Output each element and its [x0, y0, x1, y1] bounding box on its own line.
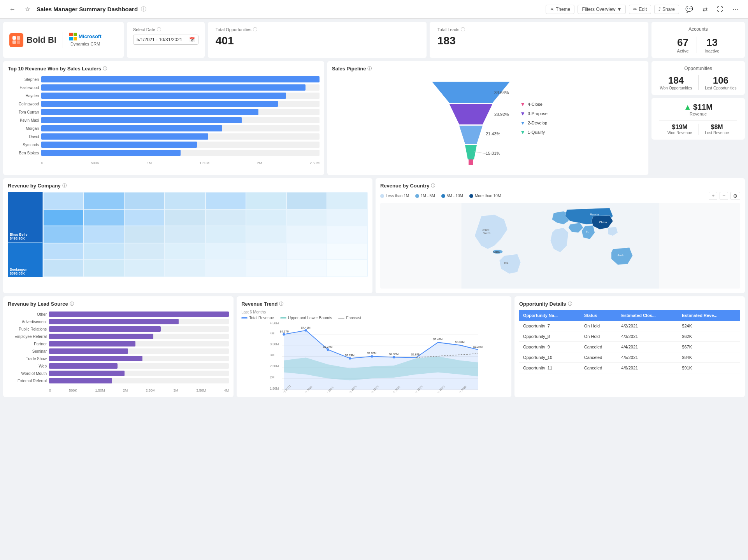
- bold-bi-text: Bold BI: [26, 35, 56, 45]
- tm-cell-24: [327, 226, 367, 243]
- horiz-bar-background: [49, 348, 229, 354]
- bar-fill: [41, 133, 208, 140]
- revenue-by-company-card: Revenue by Company ⓘ Bliss Belle $493.90…: [3, 178, 372, 293]
- rev-divider: [698, 124, 699, 135]
- legend-dot-less-1m: [380, 194, 384, 198]
- revenue-bar-row: Hazlewood: [8, 84, 320, 91]
- svg-marker-9: [450, 104, 492, 124]
- legend-dot-5m-10m: [441, 194, 445, 198]
- treemap-grid: [43, 192, 368, 277]
- svg-text:4M: 4M: [270, 332, 275, 335]
- legend-color-bounds: [280, 317, 286, 318]
- map-reset[interactable]: ⊙: [730, 192, 740, 200]
- trend-chart-area: 1.50M 2M 2.50M 3M 3.50M 4M 4.50M: [241, 322, 507, 392]
- tm-cell-9: [44, 210, 83, 226]
- filters-overview-button[interactable]: Filters Overview ▼: [578, 5, 626, 14]
- star-button[interactable]: ☆: [22, 4, 33, 14]
- opp-status-cell: Canceled: [580, 363, 618, 373]
- sales-pipeline-title: Sales Pipeline ⓘ: [332, 66, 644, 72]
- revenue-bar-row: Symonds: [8, 142, 320, 148]
- horiz-bar-background: [49, 319, 229, 324]
- trend-legend-total: Total Revenue: [241, 316, 274, 320]
- tm-cell-40: [327, 260, 367, 276]
- svg-text:$3.27M: $3.27M: [323, 345, 332, 348]
- map-zoom-in[interactable]: +: [709, 192, 717, 200]
- treemap-cell-seekingon: Seekingon $395.08K: [8, 242, 43, 277]
- table-row: Opportunity_7 On Hold 4/2/2021 $24K: [519, 321, 740, 331]
- bar-background: [41, 84, 320, 91]
- opportunity-table: Opportunity Na... Status Estimated Clos.…: [519, 310, 740, 373]
- lead-source-info-icon: ⓘ: [70, 301, 74, 307]
- share-button[interactable]: ⤴ Share: [654, 5, 679, 14]
- tm-cell-37: [206, 260, 246, 276]
- svg-text:Cuba: Cuba: [493, 250, 500, 253]
- horiz-bar-label: External Referral: [8, 379, 47, 383]
- opp-panel-title: Opportunities: [659, 66, 737, 71]
- lead-bar-row: Trade Show: [8, 356, 229, 361]
- opp-panel-values: 184 Won Opportunities 106 Lost Opportuni…: [659, 75, 737, 90]
- revenue-by-country-card: Revenue by Country ⓘ Less than 1M 1M - 5…: [376, 178, 745, 293]
- horiz-bar-background: [49, 334, 229, 339]
- revenue-bar-row: Tom Curran: [8, 109, 320, 115]
- bold-bi-logo: Bold BI: [9, 33, 56, 47]
- treemap-info-icon: ⓘ: [62, 183, 67, 189]
- lost-rev-label: Lost Revenue: [705, 131, 729, 135]
- legend-dot-more-10m: [469, 194, 473, 198]
- bar-fill: [41, 150, 181, 156]
- top-revenue-axis: 0500K1M1.50M2M2.50M: [8, 161, 320, 165]
- lost-opp-value: 106: [705, 75, 736, 86]
- horiz-bar-fill: [49, 363, 118, 369]
- col-revenue: Estimated Reve...: [678, 310, 740, 321]
- bar-fill: [41, 76, 320, 82]
- main-content: Bold BI Microsoft Dynamics CRM Select Da…: [0, 19, 748, 400]
- lost-opp-col: 106 Lost Opportunities: [705, 75, 736, 90]
- back-button[interactable]: ←: [6, 4, 19, 14]
- legend-more-10m: More than 10M: [469, 192, 501, 200]
- tm-cell-30: [246, 243, 286, 260]
- revenue-panel: ▲ $11M Revenue $19M Won Revenue $8M Lost…: [651, 98, 745, 140]
- dashboard-title: Sales Manager Summary Dashboard: [37, 6, 138, 12]
- more-button[interactable]: ⋯: [729, 4, 742, 14]
- bar-background: [41, 109, 320, 115]
- revenue-bar-row: Stephen: [8, 76, 320, 82]
- svg-text:4.50M: 4.50M: [270, 322, 279, 325]
- trend-info-icon: ⓘ: [279, 301, 283, 307]
- edit-button[interactable]: ✏ Edit: [629, 5, 651, 14]
- svg-text:2.50M: 2.50M: [270, 364, 279, 368]
- map-zoom-out[interactable]: −: [720, 192, 728, 200]
- tm-cell-28: [165, 243, 205, 260]
- expand-button[interactable]: ⛶: [714, 4, 726, 14]
- tm-cell-14: [246, 210, 286, 226]
- funnel-legend-propose: ▼ 3-Propose: [520, 110, 548, 117]
- opp-status-cell: On Hold: [580, 331, 618, 342]
- map-info-icon: ⓘ: [431, 183, 435, 189]
- svg-text:United: United: [482, 229, 490, 231]
- accounts-inactive-value: 13: [705, 37, 720, 49]
- top-revenue-title: Top 10 Revenue Won by Sales Leaders ⓘ: [8, 66, 320, 72]
- tm-cell-2: [84, 192, 124, 209]
- top-revenue-chart: Stephen Hazlewood Hayden Colingwood Tom …: [8, 75, 320, 159]
- svg-text:$4.17M: $4.17M: [280, 330, 289, 333]
- comment-button[interactable]: 💬: [682, 4, 696, 14]
- bar-background: [41, 133, 320, 140]
- bar-fill: [41, 125, 222, 131]
- map-title: Revenue by Country ⓘ: [380, 183, 740, 189]
- tm-cell-25: [44, 243, 83, 260]
- bar-background: [41, 76, 320, 82]
- tm-cell-15: [287, 210, 327, 226]
- tm-cell-11: [125, 210, 164, 226]
- filters-label: Filters Overview: [582, 7, 615, 12]
- total-leads-label: Total Leads ⓘ: [437, 26, 641, 32]
- map-area: Russia In. China: [380, 203, 740, 289]
- users-button[interactable]: ⇄: [699, 4, 711, 14]
- svg-text:$3.48M: $3.48M: [433, 338, 442, 341]
- opp-date-cell: 4/5/2021: [617, 352, 678, 363]
- svg-point-40: [283, 333, 285, 336]
- table-body: Opportunity_7 On Hold 4/2/2021 $24K Oppo…: [519, 321, 740, 373]
- svg-marker-10: [459, 126, 483, 144]
- tm-cell-26: [84, 243, 124, 260]
- theme-button[interactable]: ☀ Theme: [546, 5, 574, 14]
- date-input[interactable]: 5/1/2021 - 10/31/2021 📅: [133, 35, 198, 45]
- revenue-bar-row: Kevin Maxi: [8, 117, 320, 123]
- svg-text:15.01%: 15.01%: [486, 151, 500, 156]
